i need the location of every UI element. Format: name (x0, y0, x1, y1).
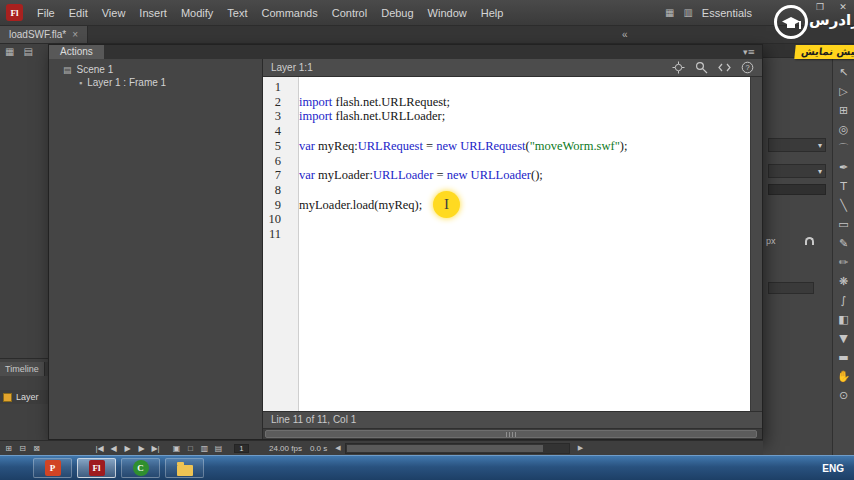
frame-rate-label[interactable]: 24.00 fps (269, 444, 302, 453)
menu-edit[interactable]: Edit (62, 0, 95, 26)
code-snippets-button[interactable] (718, 61, 731, 74)
text-tool-icon[interactable]: T (833, 177, 854, 196)
current-frame-field[interactable]: 1 (234, 444, 249, 453)
code-line[interactable]: 4 (263, 124, 750, 139)
code-line[interactable]: 1 (263, 80, 750, 95)
menu-file[interactable]: File (30, 0, 62, 26)
snap-magnet-icon[interactable] (805, 237, 814, 245)
code-line[interactable]: 2import flash.net.URLRequest; (263, 95, 750, 110)
paint-bucket-tool-icon[interactable]: ◧ (833, 310, 854, 329)
code-text: var myReq:URLRequest = new URLRequest("m… (290, 139, 627, 154)
eyedropper-tool-icon[interactable]: ▼ (833, 329, 854, 348)
help-button[interactable]: ? (741, 61, 754, 74)
faradars-logo-icon (774, 5, 808, 39)
collapse-panels-icon[interactable]: « (622, 26, 628, 43)
play-button[interactable]: ▶ (122, 444, 133, 453)
close-tab-icon[interactable]: × (72, 29, 78, 40)
menu-modify[interactable]: Modify (174, 0, 220, 26)
titlebar: Fl FileEditViewInsertModifyTextCommandsC… (0, 0, 854, 26)
hand-tool-icon[interactable]: ✋ (833, 367, 854, 386)
properties-dropdown-1[interactable]: ▾ (768, 138, 826, 152)
actions-panel: Actions ▾≡ ▤Scene 1▪Layer 1 : Frame 1 La… (48, 44, 763, 440)
taskbar-camtasia[interactable]: C (121, 458, 160, 478)
layer-name: Layer (16, 392, 39, 402)
dock-panel-icon-2[interactable]: ▤ (23, 46, 32, 57)
arrange-documents-icon[interactable]: ▦ (665, 7, 674, 18)
properties-field[interactable] (768, 184, 826, 195)
menu-insert[interactable]: Insert (132, 0, 174, 26)
new-folder-button[interactable]: ⊟ (17, 444, 28, 453)
lasso-tool-icon[interactable]: ⌒ (833, 139, 854, 158)
properties-dropdown-2[interactable]: ▾ (768, 164, 826, 178)
new-layer-button[interactable]: ⊞ (3, 444, 14, 453)
menu-window[interactable]: Window (421, 0, 474, 26)
menu-text[interactable]: Text (220, 0, 254, 26)
step-back-button[interactable]: ◀ (108, 444, 119, 453)
vertical-scrollbar[interactable] (750, 77, 762, 411)
zoom-tool-icon[interactable]: ⊙ (833, 386, 854, 405)
3d-rotation-tool-icon[interactable]: ◎ (833, 120, 854, 139)
screen-mode-icon[interactable]: ▥ (683, 7, 692, 18)
line-tool-icon[interactable]: ╲ (833, 196, 854, 215)
flash-app-icon: Fl (6, 4, 23, 21)
code-line[interactable]: 3import flash.net.URLLoader; (263, 109, 750, 124)
taskbar-flash[interactable]: Fl (77, 458, 116, 478)
delete-layer-button[interactable]: ⊠ (31, 444, 42, 453)
menu-help[interactable]: Help (474, 0, 511, 26)
code-line[interactable]: 6 (263, 154, 750, 169)
document-tab[interactable]: loadSWF.fla* × (0, 26, 88, 43)
workspace-switcher[interactable]: Essentials (702, 7, 752, 19)
center-frame-button[interactable]: ▣ (171, 444, 182, 453)
code-line[interactable]: 5var myReq:URLRequest = new URLRequest("… (263, 139, 750, 154)
code-line[interactable]: 10 (263, 212, 750, 227)
step-forward-button[interactable]: ▶ (136, 444, 147, 453)
deco-tool-icon[interactable]: ❋ (833, 272, 854, 291)
timeline-scrollbar[interactable] (345, 443, 570, 454)
dock-panel-icon-1[interactable]: ▦ (5, 46, 14, 57)
code-line[interactable]: 7var myLoader:URLLoader = new URLLoader(… (263, 168, 750, 183)
pencil-tool-icon[interactable]: ✎ (833, 234, 854, 253)
code-line[interactable]: 11 (263, 227, 750, 242)
find-button[interactable] (695, 61, 708, 74)
onion-skin-outlines-button[interactable]: ▥ (199, 444, 210, 453)
navigator-item[interactable]: ▤Scene 1 (49, 63, 262, 76)
eraser-tool-icon[interactable]: ▬ (833, 348, 854, 367)
scrollbar-thumb[interactable] (265, 430, 757, 438)
timeline-layer-row[interactable]: Layer (0, 390, 48, 404)
menu-control[interactable]: Control (325, 0, 374, 26)
pen-tool-icon[interactable]: ✒ (833, 158, 854, 177)
taskbar-powerpoint[interactable]: P (33, 458, 72, 478)
line-number: 8 (263, 183, 290, 198)
panel-menu-icon[interactable]: ▾≡ (743, 45, 762, 59)
tab-actions[interactable]: Actions (49, 45, 104, 59)
navigator-item[interactable]: ▪Layer 1 : Frame 1 (49, 76, 262, 89)
bone-tool-icon[interactable]: ∫ (833, 291, 854, 310)
playback-buttons: |◀◀▶▶▶| (94, 444, 161, 453)
code-line[interactable]: 8 (263, 183, 750, 198)
taskbar-apps: PFlC (33, 458, 204, 478)
taskbar-windows-explorer[interactable] (165, 458, 204, 478)
onion-skin-button[interactable]: □ (185, 444, 196, 453)
scroll-left-icon[interactable]: ◀ (335, 444, 340, 452)
code-line[interactable]: 9myLoader.load(myReq); (263, 198, 750, 213)
language-indicator[interactable]: ENG (822, 463, 844, 474)
properties-button[interactable] (768, 282, 814, 294)
code-area[interactable]: 12import flash.net.URLRequest;3import fl… (263, 77, 762, 411)
brush-tool-icon[interactable]: ✏ (833, 253, 854, 272)
menu-view[interactable]: View (95, 0, 133, 26)
free-transform-tool-icon[interactable]: ⊞ (833, 101, 854, 120)
tab-timeline[interactable]: Timeline (0, 362, 45, 376)
menu-commands[interactable]: Commands (254, 0, 324, 26)
go-to-last-frame-button[interactable]: ▶| (150, 444, 161, 453)
menu-debug[interactable]: Debug (374, 0, 420, 26)
edit-multiple-frames-button[interactable]: ▤ (213, 444, 224, 453)
selection-tool-icon[interactable]: ↖ (833, 63, 854, 82)
rectangle-tool-icon[interactable]: ▭ (833, 215, 854, 234)
horizontal-scrollbar[interactable] (263, 428, 762, 439)
go-to-first-frame-button[interactable]: |◀ (94, 444, 105, 453)
timeline-scrollbar-thumb[interactable] (347, 445, 543, 452)
insert-target-path-button[interactable] (672, 61, 685, 74)
scroll-right-icon[interactable]: ▶ (578, 444, 583, 452)
subselection-tool-icon[interactable]: ▷ (833, 82, 854, 101)
script-pane: Layer 1:1 (263, 59, 762, 439)
